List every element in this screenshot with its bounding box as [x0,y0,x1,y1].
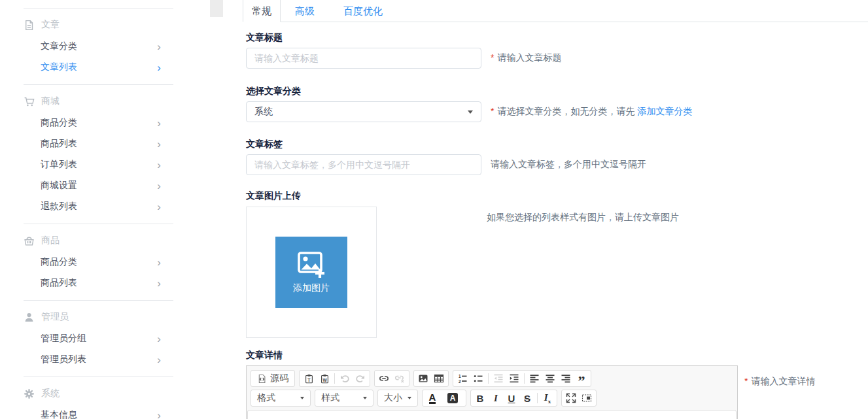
source-code-button[interactable]: 源码 [252,371,293,386]
caret-down-icon [300,397,304,399]
toolbar-separator [524,373,525,384]
sidebar-section-mall[interactable]: 商城 [0,93,196,110]
tab-general[interactable]: 常规 [243,0,281,22]
sidebar-item-order-list[interactable]: 订单列表 › [0,154,196,175]
sidebar-section-system[interactable]: 系统 [0,385,196,402]
article-category-hint: *请选择文章分类，如无分类，请先添加文章分类 [491,106,692,118]
maximize-icon [566,393,576,403]
article-detail-hint: *请输入文章详情 [744,376,815,388]
sidebar-divider [24,377,173,377]
add-image-button[interactable]: 添加图片 [275,237,347,308]
chevron-right-icon: › [157,333,161,344]
decrease-indent-icon [493,373,504,384]
svg-text:1: 1 [459,374,461,378]
tab-baidu-seo[interactable]: 百度优化 [329,0,397,22]
bg-color-button[interactable]: A [443,390,464,406]
required-mark: * [491,52,494,63]
toolbar-separator [334,373,335,384]
decrease-indent-button[interactable] [491,371,506,386]
sidebar-item-goods-category[interactable]: 商品分类 › [0,112,196,133]
styles-dropdown[interactable]: 样式 [317,390,372,406]
show-blocks-button[interactable] [579,390,595,406]
sidebar-section-articles[interactable]: 文章 [0,16,196,33]
article-tags-input[interactable] [246,154,481,175]
format-dropdown[interactable]: 格式 [252,390,309,406]
required-mark: * [744,376,748,386]
sidebar-section-label: 系统 [41,388,60,399]
sidebar-item-basic-info[interactable]: 基本信息 › [0,405,196,419]
image-upload-dropzone[interactable]: 添加图片 [246,207,377,338]
article-title-label: 文章标题 [246,31,868,43]
cart-icon [24,96,35,107]
paste-word-button[interactable]: W [317,371,332,386]
file-icon [24,20,35,31]
sidebar-item-article-category[interactable]: 文章分类 › [0,36,196,57]
sidebar-item-goods-list[interactable]: 商品列表 › [0,133,196,154]
ordered-list-icon: 12 [457,373,468,384]
sidebar-item-refund-list[interactable]: 退款列表 › [0,196,196,217]
insert-image-button[interactable] [415,371,431,386]
undo-button[interactable] [337,371,353,386]
link-icon [379,373,389,384]
chevron-right-icon: › [157,118,161,129]
undo-icon [339,373,350,384]
sidebar-scrollbar[interactable] [210,0,223,17]
sidebar-item-admin-group[interactable]: 管理员分组 › [0,328,196,349]
text-color-icon: A [429,393,436,404]
align-right-button[interactable] [558,371,574,386]
remove-format-button[interactable]: Ix [540,390,555,406]
strikethrough-button[interactable]: S [519,390,535,406]
increase-indent-button[interactable] [506,371,522,386]
redo-icon [355,373,366,384]
show-blocks-icon [582,393,592,403]
unlink-button[interactable] [392,371,408,386]
source-code-icon [257,374,267,384]
sidebar-item-product-category[interactable]: 商品分类 › [0,252,196,273]
align-left-button[interactable] [527,371,542,386]
italic-button[interactable]: I [488,390,504,406]
chevron-right-icon: › [157,278,161,289]
paste-text-button[interactable]: T [301,371,317,386]
sidebar-item-mall-settings[interactable]: 商城设置 › [0,175,196,196]
sidebar-divider [24,84,173,85]
bold-button[interactable]: B [472,390,488,406]
redo-button[interactable] [353,371,368,386]
chevron-right-icon: › [157,410,161,419]
align-center-button[interactable] [542,371,558,386]
editor-content-area[interactable] [247,410,737,419]
sidebar-divider [24,224,173,224]
user-icon [24,312,35,323]
gear-icon [24,388,35,399]
sidebar-item-product-list[interactable]: 商品列表 › [0,273,196,293]
article-category-label: 选择文章分类 [246,85,868,97]
align-left-icon [529,373,540,384]
unlink-icon [394,373,405,384]
insert-table-icon [434,373,444,384]
sidebar-section-products[interactable]: 商品 [0,232,196,249]
font-size-dropdown[interactable]: 大小 [379,390,416,406]
align-center-icon [545,373,555,384]
bulleted-list-button[interactable] [470,371,486,386]
sidebar-item-article-list[interactable]: 文章列表 › [0,57,196,78]
chevron-right-icon: › [157,201,161,212]
category-select[interactable]: 系统 [246,101,481,122]
category-select-value: 系统 [254,106,273,118]
paste-word-icon: W [320,374,330,384]
blockquote-button[interactable]: ” [574,371,589,386]
tab-advanced[interactable]: 高级 [281,0,329,22]
chevron-right-icon: › [157,159,161,171]
sidebar-section-admin[interactable]: 管理员 [0,309,196,326]
maximize-button[interactable] [563,390,579,406]
caret-down-icon [408,397,411,399]
insert-table-button[interactable] [431,371,447,386]
text-color-button[interactable]: A [424,390,443,406]
underline-button[interactable]: U [504,390,519,406]
article-title-input[interactable] [246,48,481,69]
link-button[interactable] [376,371,392,386]
chevron-right-icon: › [157,257,161,268]
paste-text-icon: T [304,374,314,384]
svg-text:W: W [322,377,327,382]
sidebar-item-admin-list[interactable]: 管理员列表 › [0,349,196,370]
ordered-list-button[interactable]: 12 [455,371,470,386]
add-category-link[interactable]: 添加文章分类 [637,106,692,116]
